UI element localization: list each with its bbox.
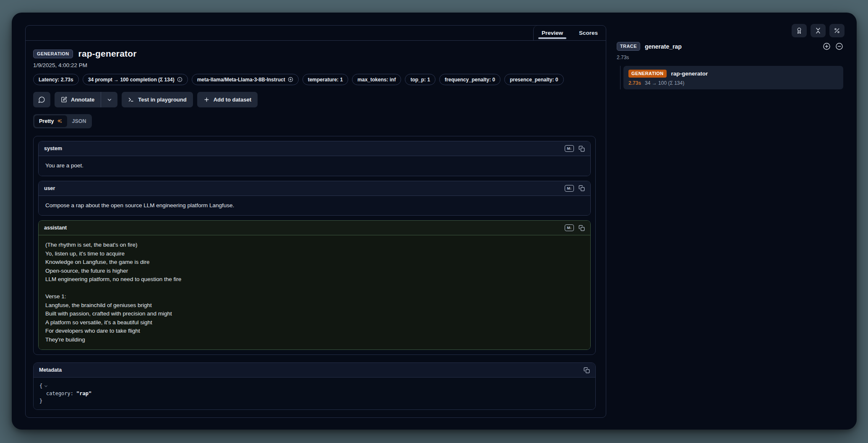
page-title: rap-generator — [78, 49, 137, 59]
generation-node-latency: 2.73s — [628, 80, 641, 86]
generation-type-badge: GENERATION — [33, 50, 73, 58]
trace-tree: GENERATION rap-generator 2.73s 34 → 100 … — [620, 66, 843, 89]
markdown-toggle-icon[interactable]: M↓ — [565, 145, 574, 152]
pretty-json-toggle: Pretty JSON — [33, 114, 92, 128]
comments-button[interactable] — [33, 92, 50, 107]
chevron-down-icon — [107, 97, 112, 103]
collapse-json-icon[interactable] — [44, 384, 48, 388]
generation-tree-node[interactable]: GENERATION rap-generator 2.73s 34 → 100 … — [623, 66, 843, 89]
generation-node-badge: GENERATION — [628, 70, 667, 78]
metadata-card: Metadata { category: "rap" } — [33, 362, 596, 410]
metadata-value: "rap" — [76, 390, 91, 397]
comment-bubble-icon — [38, 96, 45, 103]
collapse-button[interactable] — [811, 24, 826, 37]
annotate-dropdown-button[interactable] — [101, 92, 117, 107]
sparkles-icon — [57, 118, 63, 124]
copy-icon[interactable] — [584, 367, 590, 373]
top-p-chip: top_p: 1 — [405, 74, 435, 85]
percent-icon — [834, 27, 840, 34]
max-tokens-chip: max_tokens: inf — [352, 74, 401, 85]
award-icon — [796, 27, 803, 34]
generation-node-tokens: 34 → 100 (Σ 134) — [645, 80, 684, 86]
assistant-message-card: assistant M↓ (The rhythm is set, the bea… — [38, 220, 591, 350]
system-message-card: system M↓ You are a poet. — [38, 141, 591, 176]
role-label: user — [44, 185, 55, 191]
latency-chip: Latency: 2.73s — [33, 74, 79, 85]
add-to-dataset-button[interactable]: Add to dataset — [197, 92, 258, 107]
window-controls — [792, 24, 845, 37]
tab-preview[interactable]: Preview — [534, 26, 571, 40]
presence-penalty-chip: presence_penalty: 0 — [504, 74, 563, 85]
app-window: Preview Scores GENERATION rap-generator … — [12, 13, 857, 430]
toggle-json[interactable]: JSON — [67, 115, 91, 127]
tab-scores-label: Scores — [579, 30, 598, 36]
edit-icon — [61, 96, 67, 103]
copy-icon[interactable] — [579, 225, 585, 231]
messages-container: system M↓ You are a poet. user M↓ Comp — [33, 136, 596, 355]
system-message-content: You are a poet. — [39, 156, 590, 176]
info-icon — [177, 77, 182, 82]
annotate-split-button: Annotate — [55, 92, 117, 107]
preview-scores-tabs: Preview Scores — [533, 26, 606, 40]
assistant-message-content: (The rhythm is set, the beat's on fire) … — [39, 235, 590, 349]
copy-icon[interactable] — [579, 146, 585, 152]
user-message-header: user M↓ — [39, 181, 590, 196]
plus-circle-icon — [823, 42, 831, 50]
expand-all-button[interactable] — [823, 42, 831, 50]
markdown-toggle-icon[interactable]: M↓ — [565, 224, 574, 231]
user-message-content: Compose a rap about the open source LLM … — [39, 196, 590, 216]
system-message-header: system M↓ — [39, 141, 590, 156]
metadata-title: Metadata — [39, 367, 62, 373]
metadata-header: Metadata — [34, 363, 595, 378]
timestamp: 1/9/2025, 4:00:22 PM — [33, 62, 596, 68]
tab-preview-label: Preview — [542, 30, 563, 36]
metadata-json: { category: "rap" } — [34, 378, 595, 409]
test-in-playground-button[interactable]: Test in playground — [122, 92, 193, 107]
toggle-pretty[interactable]: Pretty — [34, 115, 67, 127]
user-message-card: user M↓ Compose a rap about the open sou… — [38, 181, 591, 216]
plus-icon — [203, 96, 210, 103]
collapse-icon — [815, 27, 821, 34]
role-label: system — [44, 146, 62, 151]
trace-name: generate_rap — [645, 43, 682, 50]
action-buttons: Annotate Test in playground Add to datas… — [33, 92, 596, 107]
trace-tree-panel: TRACE generate_rap 2.73s GENERATION rap-… — [617, 42, 843, 89]
trace-type-badge: TRACE — [617, 42, 640, 51]
preview-tabbar: Preview Scores — [26, 26, 606, 41]
annotate-button[interactable]: Annotate — [55, 92, 101, 107]
plus-circle-icon — [288, 77, 293, 82]
trace-row[interactable]: TRACE generate_rap — [617, 42, 843, 51]
percent-view-button[interactable] — [829, 24, 845, 37]
role-label: assistant — [44, 225, 67, 231]
terminal-icon — [128, 96, 134, 103]
markdown-toggle-icon[interactable]: M↓ — [565, 185, 574, 192]
observation-panel: Preview Scores GENERATION rap-generator … — [25, 25, 606, 418]
trace-latency: 2.73s — [617, 55, 843, 60]
temperature-chip: temperature: 1 — [302, 74, 348, 85]
model-chip[interactable]: meta-llama/Meta-Llama-3-8B-Instruct — [192, 74, 299, 85]
collapse-all-button[interactable] — [835, 42, 843, 50]
tab-scores[interactable]: Scores — [571, 26, 606, 40]
minus-circle-icon — [835, 42, 843, 50]
observation-header: GENERATION rap-generator 1/9/2025, 4:00:… — [26, 41, 606, 128]
frequency-penalty-chip: frequency_penalty: 0 — [439, 74, 500, 85]
token-usage-chip[interactable]: 34 prompt → 100 completion (Σ 134) — [83, 74, 188, 85]
copy-icon[interactable] — [579, 185, 585, 191]
annotation-queue-button[interactable] — [792, 24, 807, 37]
parameter-chips: Latency: 2.73s 34 prompt → 100 completio… — [33, 74, 596, 85]
metadata-key: category: — [46, 390, 73, 397]
generation-node-name: rap-generator — [671, 70, 708, 77]
assistant-message-header: assistant M↓ — [39, 221, 590, 235]
